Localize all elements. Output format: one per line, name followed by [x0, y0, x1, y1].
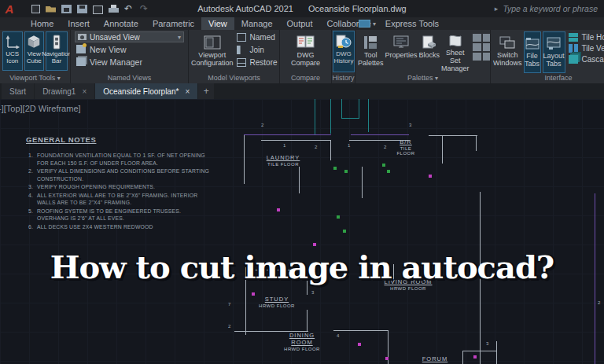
properties-button[interactable]: Properties [385, 31, 418, 73]
panel-label: History [332, 73, 355, 83]
button-label: Switch Windows [493, 52, 522, 68]
viewport-configuration-button[interactable]: Viewport Configuration [191, 31, 234, 73]
restore-button[interactable]: Restore [235, 57, 278, 68]
room-label: DINING ROOM HRWD FLOOR [282, 332, 322, 351]
button-label: Sheet Set Manager [441, 50, 470, 73]
save-as-icon[interactable] [77, 5, 87, 13]
plan-marker [344, 170, 348, 173]
search-input[interactable]: Type a keyword or phrase [503, 4, 598, 13]
view-manager-button[interactable]: View Manager [75, 56, 184, 68]
wall-segment [299, 167, 300, 193]
help-search[interactable]: ▸ Type a keyword or phrase [495, 0, 598, 17]
panel-label: Compare [280, 73, 331, 83]
ribbon-tab[interactable]: Home [24, 17, 61, 30]
panel-label: Named Views [71, 73, 188, 83]
restore-viewport-icon [237, 58, 246, 67]
blocks-button[interactable]: Blocks [419, 31, 440, 73]
panel-compare: DWG Compare Compare [280, 30, 332, 83]
tool-palettes-button[interactable]: Tool Palettes [358, 31, 384, 73]
wall-segment [244, 134, 331, 135]
ribbon-tab[interactable]: Express Tools [378, 17, 446, 30]
sheet-set-manager-button[interactable]: Sheet Set Manager [441, 31, 470, 73]
workspace-switch[interactable]: ▾ [359, 20, 376, 28]
button-label: Restore [250, 58, 278, 67]
button-label: New View [90, 45, 127, 54]
title-bar: A Autodesk AutoCAD 2021 Oceanside Floorp… [0, 0, 604, 17]
ribbon-tab[interactable]: Output [280, 17, 320, 30]
wall-segment [368, 99, 369, 132]
note-item: 1.FOUNDATION VENTILATION EQUAL TO 1 SF. … [26, 152, 210, 167]
undo-icon[interactable] [124, 5, 134, 13]
plan-number: 4 [337, 333, 339, 338]
open-file-icon[interactable] [46, 5, 56, 13]
new-file-icon[interactable] [30, 5, 40, 13]
dwg-compare-button[interactable]: DWG Compare [286, 31, 326, 73]
cascade-button[interactable]: Cascade [567, 53, 604, 64]
wall-segment [429, 135, 477, 136]
properties-icon [392, 33, 410, 52]
wall-segment [341, 118, 359, 119]
print-icon[interactable] [109, 5, 119, 13]
wall-segment [476, 135, 477, 151]
viewport-control[interactable]: [-][Top][2D Wireframe] [0, 104, 81, 113]
switch-windows-button[interactable]: Switch Windows [493, 31, 522, 73]
panel-palettes: Tool Palettes Properties Blocks [355, 30, 491, 83]
tile-vertically-button[interactable]: Tile Vertically [567, 42, 604, 53]
ribbon-tab[interactable]: Parametric [145, 17, 201, 30]
plan-number: 1 [348, 143, 350, 148]
panel-label[interactable]: Viewport Tools ▾ [0, 73, 70, 83]
ribbon-tab[interactable]: Insert [61, 17, 97, 30]
app-title: Autodesk AutoCAD 2021 [197, 4, 293, 13]
new-view-icon [76, 45, 86, 53]
autocad-logo-icon[interactable]: A [0, 0, 19, 17]
plan-marker [333, 167, 337, 170]
tile-horizontally-button[interactable]: Tile Horizontally [567, 31, 604, 42]
wall-segment [496, 341, 497, 364]
layout-tabs-button[interactable]: Layout Tabs [543, 31, 565, 73]
named-button[interactable]: Named [235, 31, 278, 43]
ribbon-tab[interactable]: View [201, 17, 234, 30]
ucs-icon-button[interactable]: UCS Icon [2, 31, 23, 71]
room-label: STUDY HRWD FLOOR [252, 296, 301, 308]
ribbon-tab[interactable]: Annotate [97, 17, 145, 30]
navigation-bar-button[interactable]: Navigation Bar [46, 31, 68, 71]
redo-icon[interactable] [140, 5, 150, 13]
new-view-button[interactable]: New View [75, 43, 184, 55]
new-drawing-tab-button[interactable]: + [198, 83, 214, 99]
room-label: LAUNDRY TILE FLOOR [260, 154, 307, 167]
wall-segment [261, 140, 331, 141]
save-icon[interactable] [61, 5, 72, 13]
plot-icon[interactable] [93, 5, 103, 13]
plan-marker [277, 208, 280, 211]
ribbon-tab-bar: HomeInsertAnnotateParametricViewManageOu… [0, 17, 604, 30]
plan-marker [337, 215, 340, 219]
plan-number: 2 [598, 300, 600, 305]
note-item: 4.ALL EXTERIOR WALL ARE TO BE 2"X6" FRAM… [26, 192, 210, 207]
palette-mini-icons[interactable] [473, 34, 490, 73]
tool-palettes-icon [363, 33, 378, 52]
view-manager-icon [76, 57, 86, 66]
dwg-history-button[interactable]: DWG History [333, 31, 355, 72]
plan-number: 2 [228, 324, 230, 329]
document-title: Oceanside Floorplan.dwg [308, 4, 407, 13]
view-dropdown[interactable]: Unsaved View ▾ [75, 31, 184, 42]
sheet-set-manager-icon [447, 33, 464, 50]
ribbon-tab[interactable]: Manage [234, 17, 280, 30]
file-tab[interactable]: Start × [2, 83, 34, 99]
switch-windows-icon [499, 33, 516, 52]
wall-segment [315, 99, 315, 134]
notes-title: GENERAL NOTES [26, 135, 210, 144]
view-dropdown-value: Unsaved View [90, 33, 140, 42]
close-icon[interactable]: × [82, 87, 87, 96]
drawing-canvas[interactable]: [-][Top][2D Wireframe] GENERAL NOTES 1.F… [0, 99, 604, 364]
file-tab[interactable]: Oceanside Floorplan* × [95, 83, 197, 99]
button-label: View Manager [90, 57, 142, 67]
panel-label[interactable]: Palettes ▾ [355, 73, 490, 83]
search-arrow-icon: ▸ [495, 5, 499, 13]
wall-segment [595, 193, 595, 364]
file-tabs-button[interactable]: File Tabs [524, 31, 541, 73]
dwg-history-icon [335, 32, 352, 51]
join-button[interactable]: Join [235, 44, 278, 56]
close-icon[interactable]: × [185, 87, 190, 96]
file-tab[interactable]: Drawing1 × [35, 83, 94, 99]
